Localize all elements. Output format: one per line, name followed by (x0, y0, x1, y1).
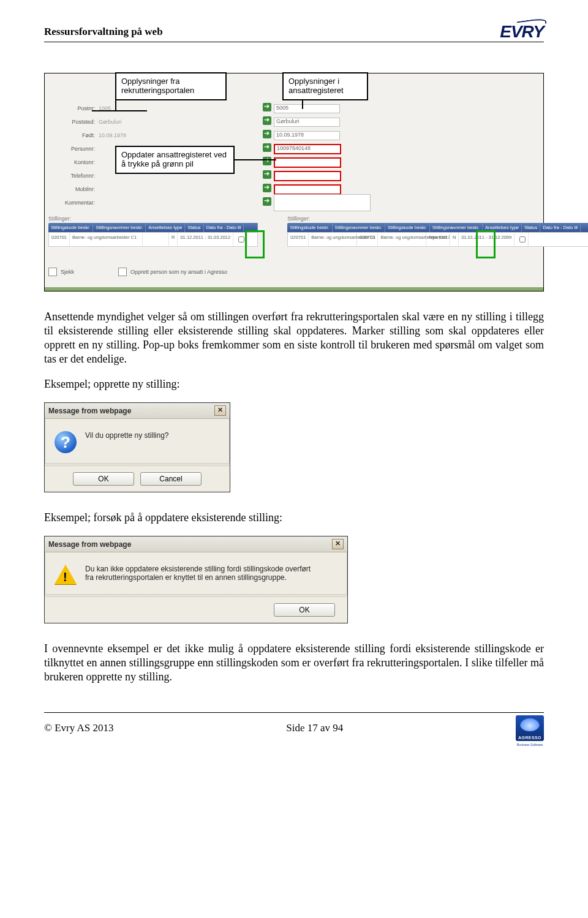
sync-arrow-icon[interactable] (263, 184, 271, 192)
footer-page: Side 17 av 94 (286, 722, 343, 734)
close-icon[interactable]: ✕ (332, 539, 344, 549)
close-icon[interactable]: ✕ (214, 405, 226, 416)
table-row[interactable]: 020701 Barne- og ungdomsarbeider C1 0207… (287, 232, 588, 247)
sync-arrow-icon[interactable] (263, 170, 271, 179)
tbl-title-right: Stillinger: (287, 216, 588, 222)
callout-text: Oppdater ansattregisteret ved å trykke p… (121, 150, 227, 168)
input-postnr-r[interactable]: 5005 (274, 104, 340, 113)
label-fodt: Født: (57, 132, 99, 138)
doc-header-title: Ressursforvaltning på web (44, 26, 163, 38)
cancel-button[interactable]: Cancel (140, 472, 202, 486)
callout-recruit-portal: Opplysninger fra rekrutteringsportalen (115, 72, 227, 100)
sync-arrow-icon[interactable] (263, 130, 271, 138)
input-kommentar-r[interactable] (274, 194, 371, 211)
input-kontonr-r[interactable] (274, 157, 341, 168)
label-telefonnr: Telefonnr: (57, 173, 99, 179)
warning-icon (55, 565, 77, 584)
sync-arrow-icon[interactable] (263, 143, 271, 152)
paragraph: Eksempel; opprette ny stilling: (44, 377, 544, 391)
sync-arrow-icon[interactable] (263, 116, 271, 125)
val-fodt-l: 10.09.1978 (99, 132, 126, 138)
question-icon: ? (55, 431, 77, 453)
opprett-checkbox[interactable] (118, 268, 127, 276)
row-checkbox[interactable] (519, 236, 526, 243)
input-telefonnr-r[interactable] (274, 171, 341, 181)
dialog-title: Message from webpage (48, 407, 131, 415)
label-personnr: Personnr: (57, 146, 99, 152)
sync-arrow-icon[interactable] (263, 157, 271, 165)
input-mobilnr-r[interactable] (274, 184, 341, 195)
input-poststed-r[interactable]: Gørbuluri (274, 118, 340, 127)
label-poststed: Poststed: (57, 119, 99, 125)
row-checkbox[interactable] (238, 236, 244, 243)
highlight-box-icon (476, 230, 496, 258)
agresso-subtitle: Business Software (516, 743, 544, 747)
label-kommentar: Kommentar: (57, 200, 99, 206)
callout-employee-reg: Opplysninger i ansattregisteret (282, 72, 368, 100)
dialog-message: Du kan ikke oppdatere eksisterende still… (85, 565, 318, 582)
sync-arrow-icon[interactable] (263, 197, 271, 206)
opprett-label: Opprett person som ny ansatt i Agresso (130, 269, 227, 275)
footer-copyright: © Evry AS 2013 (44, 722, 114, 734)
table-header: Stillingskode beskr. Stillingsnavnmer be… (287, 223, 588, 232)
ok-button[interactable]: OK (274, 603, 335, 617)
callout-text: Opplysninger fra rekrutteringsportalen (121, 77, 194, 95)
val-poststed-l: Gørbuluri (99, 119, 122, 125)
evry-logo: EVRY (500, 23, 544, 40)
tbl-title-left: Stillinger: (48, 216, 258, 222)
dialog-title: Message from webpage (48, 540, 131, 549)
toolbar-strip (45, 287, 543, 291)
table-row[interactable]: 020701 Barne- og ungdomsarbeider C1 R 01… (48, 232, 258, 247)
paragraph: Ansettende myndighet velger så om stilli… (44, 310, 544, 366)
ok-button[interactable]: OK (73, 472, 134, 486)
embedded-screenshot-form: Opplysninger fra rekrutteringsportalen O… (44, 73, 544, 292)
input-personnr-r[interactable]: 10097840148 (274, 144, 341, 154)
label-kontonr: Kontonr: (57, 159, 99, 165)
dialog-message: Vil du opprette ny stilling? (85, 431, 169, 440)
sjekk-checkbox[interactable] (48, 268, 57, 276)
dialog-create-position: Message from webpage ✕ ? Vil du opprette… (44, 402, 230, 492)
paragraph: Eksempel; forsøk på å oppdatere eksister… (44, 511, 544, 525)
paragraph: I ovennevnte eksempel er det ikke mulig … (44, 642, 544, 684)
label-mobilnr: Mobilnr: (57, 186, 99, 192)
input-fodt-r[interactable]: 10.09.1978 (274, 131, 340, 140)
sync-arrow-icon[interactable] (263, 103, 271, 111)
dialog-update-error: Message from webpage ✕ Du kan ikke oppda… (44, 536, 348, 623)
callout-green-arrow: Oppdater ansattregisteret ved å trykke p… (115, 146, 235, 174)
callout-text: Opplysninger i ansattregisteret (288, 77, 344, 95)
agresso-logo: Business Software (516, 715, 544, 741)
sjekk-label: Sjekk (61, 269, 74, 275)
highlight-box-icon (245, 230, 265, 258)
table-header: Stillingskode beskr. Stillingsnavnmer be… (48, 223, 258, 232)
